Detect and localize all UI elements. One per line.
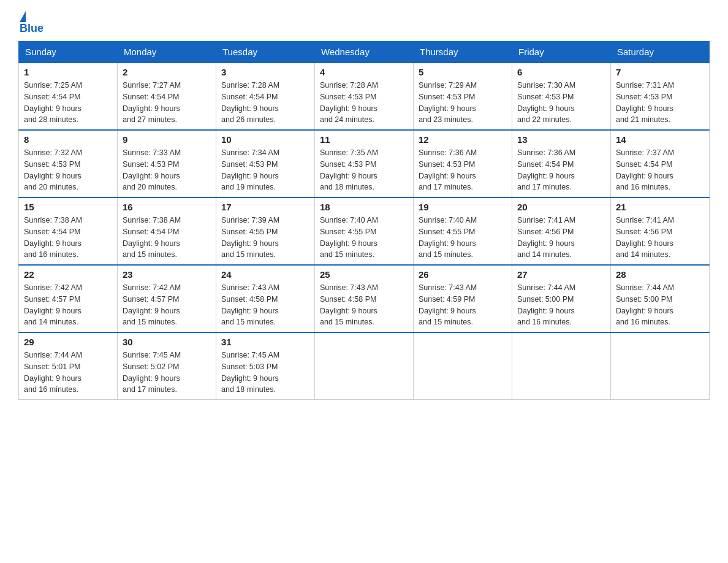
day-info: Sunrise: 7:40 AM Sunset: 4:55 PM Dayligh… — [320, 215, 408, 261]
day-info: Sunrise: 7:43 AM Sunset: 4:58 PM Dayligh… — [221, 282, 309, 328]
calendar-cell: 23 Sunrise: 7:42 AM Sunset: 4:57 PM Dayl… — [118, 265, 216, 332]
calendar-cell: 28 Sunrise: 7:44 AM Sunset: 5:00 PM Dayl… — [611, 265, 710, 332]
day-info: Sunrise: 7:34 AM Sunset: 4:53 PM Dayligh… — [221, 147, 309, 193]
calendar-cell: 18 Sunrise: 7:40 AM Sunset: 4:55 PM Dayl… — [315, 197, 414, 265]
calendar-cell: 11 Sunrise: 7:35 AM Sunset: 4:53 PM Dayl… — [315, 130, 414, 197]
calendar-cell: 25 Sunrise: 7:43 AM Sunset: 4:58 PM Dayl… — [315, 265, 414, 332]
day-number: 30 — [123, 337, 211, 347]
week-row-1: 1 Sunrise: 7:25 AM Sunset: 4:54 PM Dayli… — [19, 63, 710, 130]
calendar-cell: 20 Sunrise: 7:41 AM Sunset: 4:56 PM Dayl… — [512, 197, 611, 265]
calendar-cell: 17 Sunrise: 7:39 AM Sunset: 4:55 PM Dayl… — [216, 197, 315, 265]
day-info: Sunrise: 7:42 AM Sunset: 4:57 PM Dayligh… — [24, 282, 112, 328]
day-header-sunday: Sunday — [19, 42, 118, 63]
calendar-cell: 26 Sunrise: 7:43 AM Sunset: 4:59 PM Dayl… — [414, 265, 512, 332]
week-row-3: 15 Sunrise: 7:38 AM Sunset: 4:54 PM Dayl… — [19, 197, 710, 265]
day-info: Sunrise: 7:44 AM Sunset: 5:00 PM Dayligh… — [517, 282, 605, 328]
day-info: Sunrise: 7:41 AM Sunset: 4:56 PM Dayligh… — [616, 215, 704, 261]
day-info: Sunrise: 7:27 AM Sunset: 4:54 PM Dayligh… — [123, 80, 211, 126]
day-number: 1 — [24, 67, 112, 77]
day-info: Sunrise: 7:36 AM Sunset: 4:53 PM Dayligh… — [419, 147, 507, 193]
day-number: 21 — [616, 202, 704, 212]
day-info: Sunrise: 7:30 AM Sunset: 4:53 PM Dayligh… — [517, 80, 605, 126]
day-number: 23 — [123, 269, 211, 280]
calendar-cell: 14 Sunrise: 7:37 AM Sunset: 4:54 PM Dayl… — [611, 130, 710, 197]
day-number: 12 — [419, 134, 507, 145]
day-header-saturday: Saturday — [611, 42, 710, 63]
calendar-cell: 10 Sunrise: 7:34 AM Sunset: 4:53 PM Dayl… — [216, 130, 315, 197]
day-header-tuesday: Tuesday — [216, 42, 315, 63]
day-info: Sunrise: 7:45 AM Sunset: 5:03 PM Dayligh… — [221, 350, 309, 396]
day-number: 3 — [221, 67, 309, 77]
day-number: 28 — [616, 269, 704, 280]
day-info: Sunrise: 7:25 AM Sunset: 4:54 PM Dayligh… — [24, 80, 112, 126]
calendar-cell: 2 Sunrise: 7:27 AM Sunset: 4:54 PM Dayli… — [118, 63, 216, 130]
day-number: 18 — [320, 202, 408, 212]
day-info: Sunrise: 7:42 AM Sunset: 4:57 PM Dayligh… — [123, 282, 211, 328]
calendar-cell: 4 Sunrise: 7:28 AM Sunset: 4:53 PM Dayli… — [315, 63, 414, 130]
day-number: 16 — [123, 202, 211, 212]
calendar-cell: 1 Sunrise: 7:25 AM Sunset: 4:54 PM Dayli… — [19, 63, 118, 130]
calendar-cell: 31 Sunrise: 7:45 AM Sunset: 5:03 PM Dayl… — [216, 332, 315, 400]
calendar-cell: 5 Sunrise: 7:29 AM Sunset: 4:53 PM Dayli… — [414, 63, 512, 130]
day-number: 22 — [24, 269, 112, 280]
day-info: Sunrise: 7:32 AM Sunset: 4:53 PM Dayligh… — [24, 147, 112, 193]
day-header-row: SundayMondayTuesdayWednesdayThursdayFrid… — [19, 42, 710, 63]
day-info: Sunrise: 7:29 AM Sunset: 4:53 PM Dayligh… — [419, 80, 507, 126]
logo-subtitle: Blue — [20, 22, 44, 35]
logo-triangle-icon — [20, 11, 26, 22]
day-info: Sunrise: 7:31 AM Sunset: 4:53 PM Dayligh… — [616, 80, 704, 126]
day-number: 11 — [320, 134, 408, 145]
day-number: 27 — [517, 269, 605, 280]
day-header-friday: Friday — [512, 42, 611, 63]
calendar: SundayMondayTuesdayWednesdayThursdayFrid… — [18, 41, 710, 400]
day-info: Sunrise: 7:41 AM Sunset: 4:56 PM Dayligh… — [517, 215, 605, 261]
day-info: Sunrise: 7:39 AM Sunset: 4:55 PM Dayligh… — [221, 215, 309, 261]
calendar-cell: 9 Sunrise: 7:33 AM Sunset: 4:53 PM Dayli… — [118, 130, 216, 197]
day-info: Sunrise: 7:37 AM Sunset: 4:54 PM Dayligh… — [616, 147, 704, 193]
day-header-monday: Monday — [118, 42, 216, 63]
calendar-cell: 19 Sunrise: 7:40 AM Sunset: 4:55 PM Dayl… — [414, 197, 512, 265]
calendar-cell — [414, 332, 512, 400]
calendar-cell: 15 Sunrise: 7:38 AM Sunset: 4:54 PM Dayl… — [19, 197, 118, 265]
day-number: 14 — [616, 134, 704, 145]
day-number: 8 — [24, 134, 112, 145]
calendar-cell — [611, 332, 710, 400]
day-info: Sunrise: 7:44 AM Sunset: 5:00 PM Dayligh… — [616, 282, 704, 328]
calendar-cell: 12 Sunrise: 7:36 AM Sunset: 4:53 PM Dayl… — [414, 130, 512, 197]
day-header-wednesday: Wednesday — [315, 42, 414, 63]
day-info: Sunrise: 7:40 AM Sunset: 4:55 PM Dayligh… — [419, 215, 507, 261]
day-number: 4 — [320, 67, 408, 77]
week-row-4: 22 Sunrise: 7:42 AM Sunset: 4:57 PM Dayl… — [19, 265, 710, 332]
calendar-cell: 16 Sunrise: 7:38 AM Sunset: 4:54 PM Dayl… — [118, 197, 216, 265]
calendar-cell: 6 Sunrise: 7:30 AM Sunset: 4:53 PM Dayli… — [512, 63, 611, 130]
day-info: Sunrise: 7:36 AM Sunset: 4:54 PM Dayligh… — [517, 147, 605, 193]
day-number: 20 — [517, 202, 605, 212]
day-info: Sunrise: 7:28 AM Sunset: 4:53 PM Dayligh… — [320, 80, 408, 126]
day-info: Sunrise: 7:28 AM Sunset: 4:54 PM Dayligh… — [221, 80, 309, 126]
day-header-thursday: Thursday — [414, 42, 512, 63]
calendar-cell — [512, 332, 611, 400]
day-info: Sunrise: 7:45 AM Sunset: 5:02 PM Dayligh… — [123, 350, 211, 396]
day-number: 17 — [221, 202, 309, 212]
day-info: Sunrise: 7:33 AM Sunset: 4:53 PM Dayligh… — [123, 147, 211, 193]
calendar-cell: 7 Sunrise: 7:31 AM Sunset: 4:53 PM Dayli… — [611, 63, 710, 130]
calendar-cell — [315, 332, 414, 400]
calendar-cell: 8 Sunrise: 7:32 AM Sunset: 4:53 PM Dayli… — [19, 130, 118, 197]
day-info: Sunrise: 7:44 AM Sunset: 5:01 PM Dayligh… — [24, 350, 112, 396]
day-number: 19 — [419, 202, 507, 212]
day-number: 26 — [419, 269, 507, 280]
day-number: 5 — [419, 67, 507, 77]
calendar-cell: 21 Sunrise: 7:41 AM Sunset: 4:56 PM Dayl… — [611, 197, 710, 265]
calendar-cell: 22 Sunrise: 7:42 AM Sunset: 4:57 PM Dayl… — [19, 265, 118, 332]
calendar-cell: 24 Sunrise: 7:43 AM Sunset: 4:58 PM Dayl… — [216, 265, 315, 332]
day-info: Sunrise: 7:43 AM Sunset: 4:59 PM Dayligh… — [419, 282, 507, 328]
day-number: 13 — [517, 134, 605, 145]
day-number: 2 — [123, 67, 211, 77]
week-row-2: 8 Sunrise: 7:32 AM Sunset: 4:53 PM Dayli… — [19, 130, 710, 197]
day-number: 25 — [320, 269, 408, 280]
day-info: Sunrise: 7:35 AM Sunset: 4:53 PM Dayligh… — [320, 147, 408, 193]
day-number: 15 — [24, 202, 112, 212]
day-info: Sunrise: 7:43 AM Sunset: 4:58 PM Dayligh… — [320, 282, 408, 328]
calendar-cell: 3 Sunrise: 7:28 AM Sunset: 4:54 PM Dayli… — [216, 63, 315, 130]
day-number: 6 — [517, 67, 605, 77]
